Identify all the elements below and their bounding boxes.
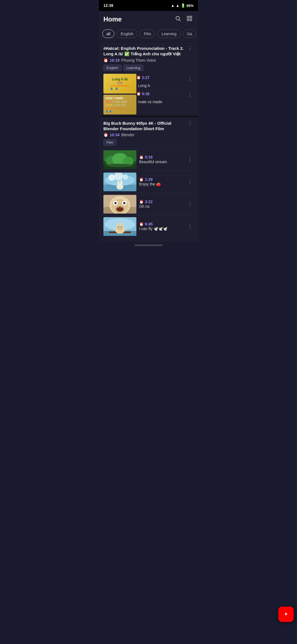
bbb-item-enjoy[interactable]: ⏰ 1:39 Enjoy the 🍅 ⋮ xyxy=(103,171,194,193)
svg-rect-5 xyxy=(190,19,192,21)
bbb-item-ohno[interactable]: ⏰ 3:22 Oh no ⋮ xyxy=(103,193,194,215)
home-indicator xyxy=(135,245,162,246)
bbb-item-fly[interactable]: ⏰ 6:45 I can fly 🕊️🕊️🕊️ ⋮ xyxy=(103,215,194,238)
status-bar: 12:39 ▲ ▲ 🔋 86% xyxy=(99,0,198,11)
video-name-long-a: Long A xyxy=(138,83,150,88)
svg-point-12 xyxy=(106,164,134,167)
name-ohno: Oh no xyxy=(139,204,150,209)
svg-point-42 xyxy=(117,225,123,231)
filter-tab-english[interactable]: English xyxy=(117,29,138,38)
svg-rect-2 xyxy=(187,16,189,18)
playlist-hatcat-more[interactable]: ⋮ xyxy=(186,46,194,51)
svg-point-30 xyxy=(123,202,125,204)
bottom-nav-bar xyxy=(99,242,198,249)
svg-point-46 xyxy=(121,227,122,228)
video-item-long-a[interactable]: ⏰ 2:27 ⋮ xyxy=(136,74,194,83)
thumb-enjoy xyxy=(103,173,136,191)
playlist-hatcat-meta: ⏰ 16:19 Phuong Thom Voice xyxy=(103,58,194,62)
video-item-mate-made-more[interactable]: ⋮ xyxy=(186,92,194,98)
status-icons: ▲ ▲ 🔋 86% xyxy=(171,3,194,8)
wifi-icon: ▲ xyxy=(171,3,175,8)
thumb-fly xyxy=(103,217,136,236)
duration-beautiful: 0:18 xyxy=(145,155,153,159)
hatcat-video-list: ⏰ 2:27 ⋮ Long A ⏰ 9:36 ⋮ xyxy=(136,74,194,116)
clock-icon-bbb: ⏰ xyxy=(103,133,108,137)
hatcat-total-duration: 16:19 xyxy=(110,58,120,62)
bbb-beautiful-more[interactable]: ⋮ xyxy=(186,157,194,163)
name-enjoy: Enjoy the 🍅 xyxy=(139,182,161,186)
video-item-long-a-more[interactable]: ⋮ xyxy=(186,75,194,81)
hatcat-tags: English Learning xyxy=(103,65,194,71)
svg-point-45 xyxy=(118,227,119,228)
signal-icon: ▲ xyxy=(176,3,180,8)
playlist-bbb-header: Big Buck Bunny 60fps 4K - Official Blend… xyxy=(103,121,194,132)
playlist-bbb-more[interactable]: ⋮ xyxy=(186,121,194,125)
tag-learning: Learning xyxy=(123,65,144,71)
video-name-mate-made: mate vs made xyxy=(138,100,162,104)
clock-icon: ⏰ xyxy=(139,222,144,226)
playlist-hatcat: #Hatcat: English Pronunciation - Track 2… xyxy=(99,42,198,116)
clock-icon: ⏰ xyxy=(139,178,144,182)
clock-icon: ⏰ xyxy=(136,92,141,96)
svg-point-33 xyxy=(117,206,119,208)
thumb-ohno xyxy=(103,195,136,214)
name-beautiful: Beautiful stream xyxy=(139,160,167,164)
svg-point-18 xyxy=(123,174,128,180)
duration-enjoy: 1:39 xyxy=(145,177,153,182)
bbb-tags: Film xyxy=(103,139,194,146)
playlist-hatcat-header: #Hatcat: English Pronunciation - Track 2… xyxy=(103,46,194,57)
playlist-bbb-meta: ⏰ 10:34 Blender xyxy=(103,133,194,137)
svg-point-32 xyxy=(117,208,123,211)
name-fly: I can fly 🕊️🕊️🕊️ xyxy=(139,227,167,231)
filter-tab-all[interactable]: all xyxy=(102,29,114,38)
playlist-bbb-title: Big Buck Bunny 60fps 4K - Official Blend… xyxy=(103,121,186,132)
svg-rect-3 xyxy=(190,16,192,18)
bbb-fly-more[interactable]: ⋮ xyxy=(186,223,194,230)
bottom-padding xyxy=(103,238,194,242)
clock-icon: ⏰ xyxy=(139,200,144,204)
duration-fly: 6:45 xyxy=(145,222,153,226)
playlist-bbb: Big Buck Bunny 60fps 4K - Official Blend… xyxy=(99,117,198,242)
svg-point-34 xyxy=(121,206,122,208)
tag-english: English xyxy=(103,65,121,71)
battery-icon: 🔋 xyxy=(181,3,185,8)
clock-icon-hatcat: ⏰ xyxy=(103,58,108,62)
bbb-total-duration: 10:34 xyxy=(110,133,120,137)
header: Home xyxy=(99,11,198,27)
clock-icon: ⏰ xyxy=(139,155,144,159)
video-name-mate-made-wrap: mate vs made xyxy=(136,99,194,106)
search-button[interactable] xyxy=(174,14,182,24)
thumbnail-mate-made[interactable]: mate / made mate <- đọc ngắn made <- đọc… xyxy=(103,95,136,114)
bbb-item-beautiful[interactable]: ⏰ 0:18 Beautiful stream ⋮ xyxy=(103,148,194,171)
bbb-channel: Blender xyxy=(121,133,134,137)
thumb-beautiful xyxy=(103,150,136,169)
svg-line-1 xyxy=(179,20,180,21)
bbb-enjoy-more[interactable]: ⋮ xyxy=(186,179,194,185)
hatcat-thumbnails: Long A /ā/ 🏰🏰 ▶ PhuongThomVoice 👤 👤 mate… xyxy=(103,74,136,116)
filter-tab-film[interactable]: Film xyxy=(140,29,155,38)
collections-button[interactable] xyxy=(185,14,194,24)
svg-point-29 xyxy=(114,202,117,204)
thumbnail-long-a[interactable]: Long A /ā/ 🏰🏰 ▶ PhuongThomVoice 👤 👤 xyxy=(103,74,136,94)
header-actions xyxy=(174,14,194,24)
svg-rect-4 xyxy=(187,19,189,21)
duration-long-a: 2:27 xyxy=(142,75,150,80)
filter-tab-ga[interactable]: Ga xyxy=(183,29,196,38)
filter-tabs: all English Film Learning Ga ••• xyxy=(99,27,198,41)
video-item-mate-made[interactable]: ⏰ 9:36 ⋮ xyxy=(136,90,194,99)
video-name-long-a-wrap: Long A xyxy=(136,83,194,90)
hatcat-channel: Phuong Thom Voice xyxy=(121,58,156,62)
duration-mate-made: 9:36 xyxy=(142,92,150,96)
page-title: Home xyxy=(103,15,122,23)
clock-icon: ⏰ xyxy=(136,75,141,80)
duration-ohno: 3:22 xyxy=(145,200,153,204)
battery-percent: 86% xyxy=(186,4,194,8)
filter-tab-learning[interactable]: Learning xyxy=(157,29,181,38)
playlist-hatcat-title: #Hatcat: English Pronunciation - Track 2… xyxy=(103,46,186,57)
svg-point-22 xyxy=(118,185,122,189)
bbb-ohno-more[interactable]: ⋮ xyxy=(186,201,194,207)
status-time: 12:39 xyxy=(103,3,113,8)
hatcat-video-items: Long A /ā/ 🏰🏰 ▶ PhuongThomVoice 👤 👤 mate… xyxy=(103,74,194,116)
svg-point-16 xyxy=(108,174,115,181)
tag-film: Film xyxy=(103,139,116,146)
